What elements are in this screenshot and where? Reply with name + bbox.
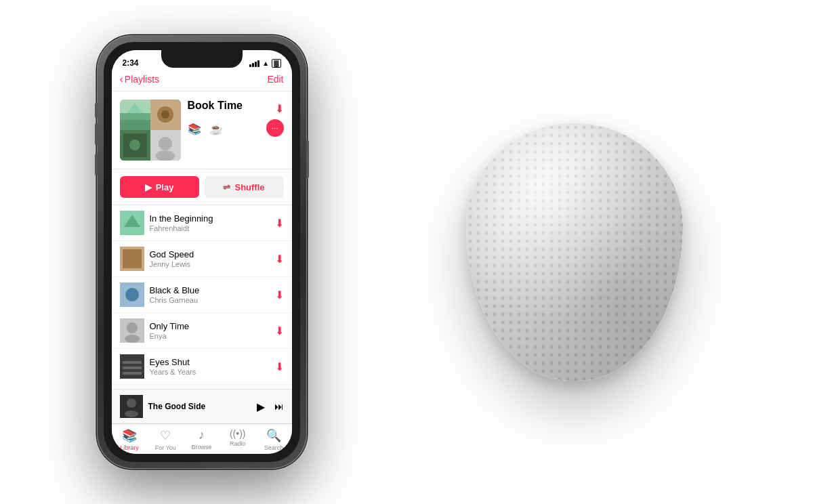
edit-button[interactable]: Edit [267,74,283,85]
tab-library[interactable]: 📚 Library [112,428,148,451]
song-artist: Fahrenhaidt [150,224,270,232]
svg-point-18 [125,288,139,301]
play-button[interactable]: ▶ Play [120,176,199,198]
wifi-icon: ▲ [262,60,269,67]
now-playing-thumbnail [120,395,143,418]
song-info: Only Time Enya [150,321,270,340]
song-thumbnail [120,247,144,271]
album-art-collage [120,100,181,161]
svg-point-28 [125,411,138,417]
signal-bars [249,60,259,67]
search-icon: 🔍 [266,428,281,443]
download-icon[interactable]: ⬇ [275,324,284,337]
main-scene: 2:34 ▲ ▓ [34,35,779,469]
svg-point-21 [125,335,140,343]
svg-rect-24 [123,366,142,369]
now-playing-info: The Good Side [148,402,251,411]
collage-cell-2 [120,130,150,161]
song-thumbnail [120,318,144,343]
status-time: 2:34 [123,58,139,68]
song-thumbnail [120,282,144,307]
back-button[interactable]: ‹ Playlists [120,73,160,85]
signal-bar-3 [255,62,257,67]
svg-rect-3 [120,120,150,130]
for-you-icon: ♡ [160,428,171,443]
svg-rect-34 [466,123,683,381]
power-button[interactable] [306,140,309,178]
svg-point-9 [129,140,140,150]
shuffle-icon: ⇌ [223,182,230,192]
song-row[interactable]: Eyes Shut Years & Years ⬇ [112,349,292,385]
radio-icon: ((•)) [230,428,246,439]
svg-point-6 [161,110,169,119]
browse-icon: ♪ [199,428,205,442]
skip-button[interactable]: ⏭ [274,401,284,412]
download-icon[interactable]: ⬇ [275,360,284,373]
tab-bar: 📚 Library ♡ For You ♪ Browse ((•)) [112,423,292,454]
shuffle-button[interactable]: ⇌ Shuffle [205,176,284,198]
homepod-mesh [466,123,683,381]
iphone-inner: 2:34 ▲ ▓ [104,42,300,462]
tab-for-you[interactable]: ♡ For You [148,428,184,451]
song-artist: Jenny Lewis [150,260,270,268]
signal-bar-2 [252,63,254,67]
mute-button[interactable] [95,103,98,118]
song-artist: Chris Garneau [150,296,270,304]
volume-down-button[interactable] [95,154,98,175]
tab-radio-label: Radio [230,440,246,447]
collage-cell-0 [120,100,150,130]
play-controls: ▶ Play ⇌ Shuffle [112,169,292,205]
battery-icon: ▓ [272,59,280,68]
tab-browse-label: Browse [192,444,212,450]
more-options-button[interactable]: ··· [266,119,284,137]
download-all-icon[interactable]: ⬇ [275,102,284,115]
song-info: Eyes Shut Years & Years [150,357,270,376]
now-playing-title: The Good Side [148,402,251,411]
svg-rect-16 [123,249,142,268]
collage-cell-1 [150,100,181,130]
notch [161,50,243,68]
song-thumbnail [120,211,144,235]
svg-point-11 [159,137,172,150]
song-title: Only Time [150,321,270,331]
song-title: Eyes Shut [150,357,270,367]
tab-radio[interactable]: ((•)) Radio [220,428,255,451]
tab-browse[interactable]: ♪ Browse [184,428,220,451]
download-icon[interactable]: ⬇ [275,289,284,301]
now-playing-controls: ▶ ⏭ [257,400,284,413]
back-chevron-icon: ‹ [120,73,123,85]
song-title: God Speed [150,249,270,259]
tab-search[interactable]: 🔍 Search [255,428,291,451]
song-row[interactable]: Black & Blue Chris Garneau ⬇ [112,277,292,313]
iphone-screen: 2:34 ▲ ▓ [112,50,292,454]
song-artist: Years & Years [150,368,270,376]
iphone-frame: 2:34 ▲ ▓ [97,35,307,469]
now-playing-bar[interactable]: The Good Side ▶ ⏭ [112,389,292,423]
signal-bar-1 [249,64,251,67]
coffee-icon: ☕ [209,123,223,135]
tab-search-label: Search [264,444,284,451]
play-icon: ▶ [145,182,152,192]
nav-bar: ‹ Playlists Edit [112,70,292,91]
shuffle-label: Shuffle [234,182,264,192]
song-info: In the Beginning Fahrenhaidt [150,213,270,232]
song-row[interactable]: In the Beginning Fahrenhaidt ⬇ [112,205,292,241]
song-artist: Enya [150,332,270,340]
song-row[interactable]: Only Time Enya ⬇ [112,313,292,349]
playlist-action-icons: 📚 ☕ [188,123,259,135]
song-info: Black & Blue Chris Garneau [150,285,270,304]
tab-for-you-label: For You [155,444,176,451]
svg-point-27 [127,398,136,408]
song-row[interactable]: God Speed Jenny Lewis ⬇ [112,241,292,277]
playlist-header: Book Time 📚 ☕ ⬇ ··· [112,91,292,169]
iphone-device: 2:34 ▲ ▓ [97,35,307,469]
tab-library-label: Library [120,444,139,451]
play-pause-button[interactable]: ▶ [257,400,265,413]
download-icon[interactable]: ⬇ [275,253,284,266]
song-title: In the Beginning [150,213,270,224]
download-icon[interactable]: ⬇ [275,217,284,230]
play-label: Play [156,182,174,192]
svg-point-20 [127,322,138,333]
volume-up-button[interactable] [95,123,98,145]
homepod-body [466,123,683,381]
